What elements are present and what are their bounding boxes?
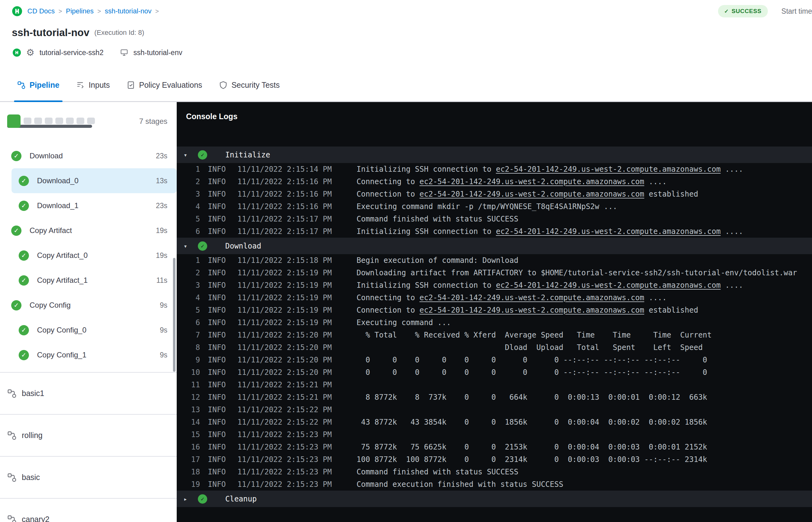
log-message: Command execution finished with status S… [357,478,812,490]
tab-label: Inputs [89,81,110,89]
pipeline-list-item-basic1[interactable]: basic1 [0,373,177,415]
log-link[interactable]: ec2-54-201-142-249.us-west-2.compute.ama… [496,165,720,174]
log-timestamp: 11/11/2022 2:15:20 PM [237,329,357,341]
log-message: Connection to ec2-54-201-142-249.us-west… [357,304,812,316]
status-badge: ✓ SUCCESS [718,5,768,17]
log-line: 1INFO11/11/2022 2:15:18 PMBegin executio… [177,254,812,267]
stage-label: Copy Config_1 [37,350,86,359]
log-level: INFO [208,267,237,279]
breadcrumb-separator: > [97,8,101,15]
log-link[interactable]: ec2-54-201-142-249.us-west-2.compute.ama… [496,227,720,236]
log-line: 18INFO11/11/2022 2:15:23 PMCommand finis… [177,466,812,478]
log-level: INFO [208,316,237,329]
log-section-initialize: ▾✓Initialize1INFO11/11/2022 2:15:14 PMIn… [177,146,812,238]
stage-row-copy-artifact-0[interactable]: ✓Copy Artifact_019s [0,243,177,268]
log-timestamp: 11/11/2022 2:15:20 PM [237,354,357,366]
log-link[interactable]: ec2-54-201-142-249.us-west-2.compute.ama… [419,177,644,186]
log-section-header-initialize[interactable]: ▾✓Initialize [177,146,812,163]
pipeline-list: basic1 rolling basic canary2 [0,372,177,522]
pipeline-label: basic [22,473,40,482]
console-sections: ▾✓Initialize1INFO11/11/2022 2:15:14 PMIn… [177,146,812,507]
stage-row-copy-config-1[interactable]: ✓Copy Config_19s [0,342,177,367]
stage-row-copy-artifact[interactable]: ✓Copy Artifact19s [0,218,177,243]
log-level: INFO [208,428,237,441]
log-timestamp: 11/11/2022 2:15:19 PM [237,292,357,304]
log-timestamp: 11/11/2022 2:15:20 PM [237,366,357,379]
stage-success-icon: ✓ [19,201,29,211]
log-link[interactable]: ec2-54-201-142-249.us-west-2.compute.ama… [419,293,644,302]
breadcrumb-link-pipeline-name[interactable]: ssh-tutorial-nov [105,7,151,15]
log-level: INFO [208,304,237,316]
log-line-number: 12 [177,391,208,403]
harness-logo[interactable] [12,6,22,17]
log-message: Executing command ... [357,316,812,329]
log-timestamp: 11/11/2022 2:15:16 PM [237,188,357,200]
log-link[interactable]: ec2-54-201-142-249.us-west-2.compute.ama… [496,281,720,289]
log-line: 19INFO11/11/2022 2:15:23 PMCommand execu… [177,478,812,490]
log-link[interactable]: ec2-54-201-142-249.us-west-2.compute.ama… [419,306,644,315]
log-timestamp: 11/11/2022 2:15:17 PM [237,225,357,238]
chevron-down-icon[interactable]: ▾ [182,151,189,159]
stage-success-icon: ✓ [19,325,29,335]
status-badge-label: SUCCESS [732,8,762,15]
log-line-number: 1 [177,163,208,176]
log-line: 16INFO11/11/2022 2:15:23 PM 75 8772k 75 … [177,441,812,453]
stage-label: Copy Artifact [29,226,72,235]
log-line-number: 2 [177,267,208,279]
pipeline-list-item-rolling[interactable]: rolling [0,415,177,457]
breadcrumb-link-cd-docs[interactable]: CD Docs [27,7,55,15]
tab-security-tests[interactable]: Security Tests [219,69,280,101]
log-line-number: 9 [177,354,208,366]
log-message: Executing command mkdir -p /tmp/WYQNESE_… [357,200,812,213]
log-timestamp: 11/11/2022 2:15:19 PM [237,267,357,279]
title-row: ssh-tutorial-nov (Execution Id: 8) [0,22,812,43]
log-line: 13INFO11/11/2022 2:15:22 PM [177,403,812,416]
stage-row-download-1[interactable]: ✓Download_123s [0,193,177,218]
log-section-header-download[interactable]: ▾✓Download [177,238,812,254]
pipeline-list-item-canary2[interactable]: canary2 [0,499,177,522]
log-timestamp: 11/11/2022 2:15:23 PM [237,466,357,478]
log-line-number: 18 [177,466,208,478]
tab-pipeline[interactable]: Pipeline [17,69,59,101]
log-level: INFO [208,254,237,267]
log-line: 2INFO11/11/2022 2:15:19 PMDownloading ar… [177,267,812,279]
section-success-icon: ✓ [198,494,207,504]
pipeline-list-item-basic[interactable]: basic [0,457,177,499]
section-label: Initialize [225,150,270,159]
app-root: CD Docs > Pipelines > ssh-tutorial-nov >… [0,0,812,522]
stage-success-icon: ✓ [19,275,29,286]
breadcrumb-separator: > [155,8,159,15]
log-section-download: ▾✓Download1INFO11/11/2022 2:15:18 PMBegi… [177,238,812,490]
log-line-number: 15 [177,428,208,441]
log-line: 12INFO11/11/2022 2:15:21 PM 8 8772k 8 73… [177,391,812,403]
stage-row-copy-artifact-1[interactable]: ✓Copy Artifact_111s [0,268,177,293]
tab-policy-evaluations[interactable]: Policy Evaluations [127,69,202,101]
gear-icon[interactable]: ⚙ [26,48,35,57]
stage-row-download[interactable]: ✓Download23s [0,143,177,168]
log-link[interactable]: ec2-54-201-142-249.us-west-2.compute.ama… [419,190,644,199]
stage-row-copy-config-0[interactable]: ✓Copy Config_09s [0,318,177,342]
stage-progress-minimap[interactable]: 7 stages [7,115,167,128]
section-success-icon: ✓ [198,241,207,251]
stage-label: Download_0 [37,176,78,185]
pipeline-icon [7,389,17,398]
log-section-header-cleanup[interactable]: ▸✓Cleanup [177,490,812,507]
minimap-stage-square [55,118,63,124]
stage-label: Copy Artifact_1 [37,276,88,285]
tab-inputs[interactable]: Inputs [76,69,110,101]
log-message: Command finished with status SUCCESS [357,466,812,478]
log-line-number: 6 [177,316,208,329]
stage-row-copy-config[interactable]: ✓Copy Config9s [0,293,177,318]
log-line-number: 5 [177,213,208,225]
breadcrumb-link-pipelines[interactable]: Pipelines [66,7,94,15]
log-message: Initializing SSH connection to ec2-54-20… [357,225,812,238]
chevron-right-icon[interactable]: ▸ [182,495,189,503]
sidebar-scrollbar[interactable] [173,258,176,372]
log-timestamp: 11/11/2022 2:15:23 PM [237,453,357,466]
chevron-down-icon[interactable]: ▾ [182,242,189,250]
stage-row-download-0[interactable]: ✓Download_013s [12,168,177,193]
log-level: INFO [208,478,237,490]
stage-success-icon: ✓ [19,250,29,261]
log-line: 15INFO11/11/2022 2:15:23 PM [177,428,812,441]
log-line: 14INFO11/11/2022 2:15:22 PM 43 8772k 43 … [177,416,812,428]
